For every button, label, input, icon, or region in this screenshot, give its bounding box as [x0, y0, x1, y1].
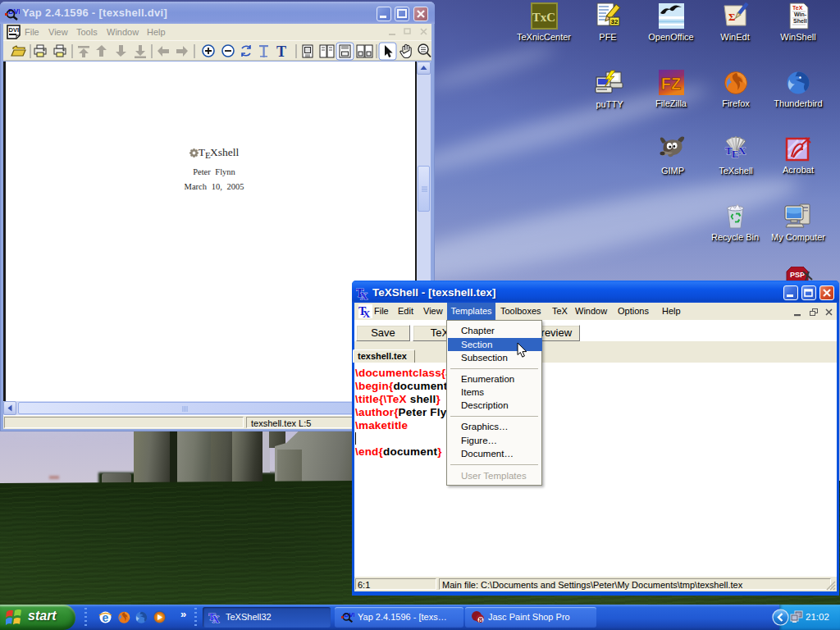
svg-text:PSP: PSP [790, 271, 805, 279]
svg-text:TxC: TxC [532, 11, 555, 24]
svg-text:Σ: Σ [728, 11, 736, 23]
svg-text:8: 8 [478, 616, 482, 624]
svg-text:X: X [363, 308, 371, 318]
svg-text:X: X [738, 144, 746, 157]
svg-text:X: X [360, 290, 368, 300]
svg-text:TeX: TeX [792, 5, 803, 11]
svg-text:X: X [212, 614, 220, 623]
svg-text:T: T [276, 43, 286, 60]
svg-text:32: 32 [610, 18, 618, 25]
svg-text:Win-: Win- [794, 11, 807, 17]
svg-text:Shell: Shell [793, 18, 807, 24]
svg-text:DVI: DVI [9, 26, 20, 34]
svg-text:FZ: FZ [660, 75, 680, 93]
